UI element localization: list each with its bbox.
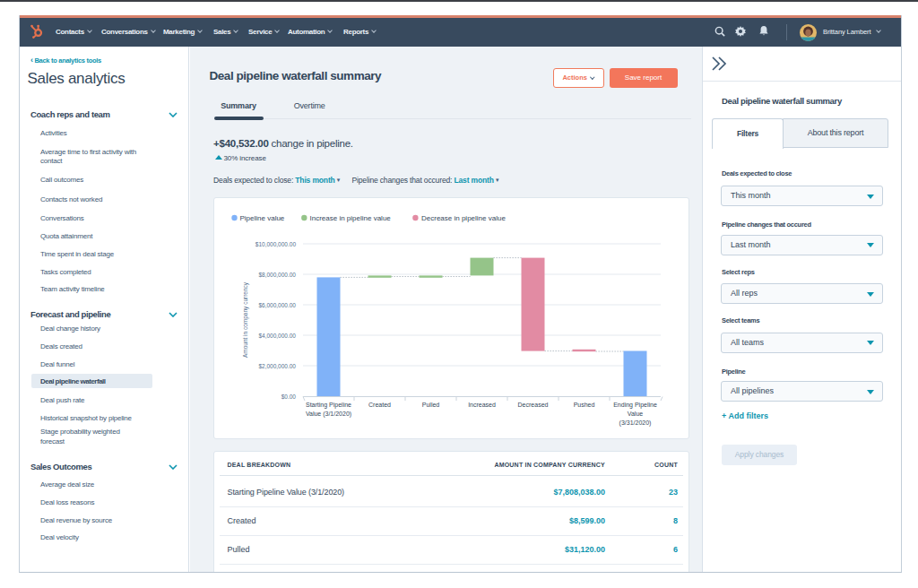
svg-text:$2,000,000.00: $2,000,000.00 bbox=[258, 362, 296, 368]
svg-text:Created: Created bbox=[368, 402, 391, 408]
svg-text:Decrease in pipeline value: Decrease in pipeline value bbox=[421, 214, 506, 222]
svg-text:Pushed: Pushed bbox=[573, 402, 594, 408]
svg-text:Value: Value bbox=[627, 411, 642, 417]
svg-text:Increase in pipeline value: Increase in pipeline value bbox=[309, 214, 391, 222]
svg-text:Pipeline value: Pipeline value bbox=[239, 214, 284, 222]
svg-text:Increased: Increased bbox=[468, 402, 496, 408]
svg-text:Pulled: Pulled bbox=[421, 402, 439, 408]
svg-text:$0.00: $0.00 bbox=[281, 393, 296, 400]
svg-text:$8,000,000.00: $8,000,000.00 bbox=[258, 271, 296, 277]
svg-text:(3/31/2020): (3/31/2020) bbox=[619, 419, 651, 427]
svg-text:Decreased: Decreased bbox=[517, 402, 548, 408]
svg-text:Value (3/1/2020): Value (3/1/2020) bbox=[305, 411, 351, 418]
svg-text:$4,000,000.00: $4,000,000.00 bbox=[258, 332, 296, 338]
svg-text:Ending Pipeline: Ending Pipeline bbox=[613, 402, 657, 409]
svg-text:$10,000,000.00: $10,000,000.00 bbox=[255, 240, 296, 246]
svg-text:$6,000,000.00: $6,000,000.00 bbox=[258, 301, 296, 307]
svg-text:Amount in company currency: Amount in company currency bbox=[242, 281, 249, 358]
svg-text:Starting Pipeline: Starting Pipeline bbox=[306, 402, 351, 409]
